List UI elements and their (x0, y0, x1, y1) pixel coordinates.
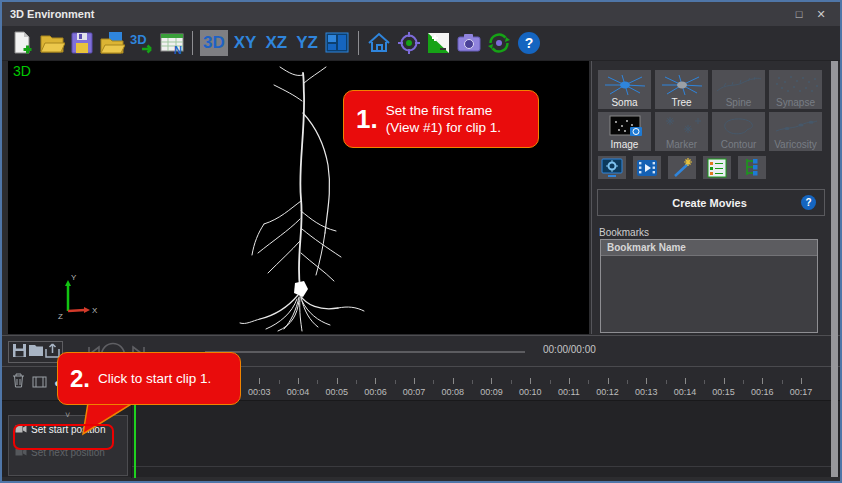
movie-progress-slider[interactable] (205, 351, 525, 353)
layout-button[interactable] (324, 30, 351, 57)
view-3d-button[interactable]: 3D (200, 30, 228, 56)
trash-icon (12, 373, 25, 388)
timeline-tick: 00:16 (743, 387, 782, 397)
movie-file-group (8, 341, 63, 363)
view-xz-button[interactable]: XZ (262, 30, 290, 56)
new-file-icon (9, 30, 35, 56)
svg-text:3D: 3D (130, 32, 147, 47)
soma-icon (600, 73, 650, 97)
soma-shape (294, 281, 308, 297)
open-file-button[interactable] (38, 30, 65, 57)
bookmark-name-column-header: Bookmark Name (601, 240, 817, 256)
create-movies-title: Create Movies (598, 197, 801, 209)
create-movies-header: Create Movies ? (597, 189, 825, 216)
timeline-tick: 00:14 (666, 387, 705, 397)
new-file-button[interactable] (8, 30, 35, 57)
contour-button[interactable]: Contour (712, 112, 765, 151)
spine-button[interactable]: Spine (712, 70, 765, 109)
tree-button[interactable]: Tree (655, 70, 708, 109)
wizard-button[interactable] (668, 156, 696, 179)
track-lane-divider (132, 466, 831, 467)
delete-clip-button[interactable] (12, 373, 25, 392)
target-icon (396, 30, 422, 56)
toolbar-separator (192, 31, 193, 55)
tree-view-button[interactable] (738, 156, 766, 179)
varicosity-button[interactable]: Varicosity (769, 112, 822, 151)
app-window: 3D Environment □ ✕ 3D N 3D XY XZ YZ ? 3D (0, 0, 842, 483)
main-toolbar: 3D N 3D XY XZ YZ ? (2, 26, 840, 61)
create-movies-help-icon[interactable]: ? (801, 195, 816, 210)
svg-text:N: N (174, 44, 182, 56)
view-xy-button[interactable]: XY (231, 30, 260, 56)
clip-button[interactable] (32, 374, 47, 392)
trace-tools-grid: Soma Tree Spine Synapse Image Marker (598, 70, 826, 151)
synapse-button[interactable]: Synapse (769, 70, 822, 109)
callout-1-number: 1. (344, 104, 386, 135)
time-ticks: 00:03 00:04 00:05 00:06 00:07 00:08 00:0… (240, 387, 820, 397)
close-button[interactable]: ✕ (810, 6, 832, 22)
view-yz-button[interactable]: YZ (293, 30, 321, 56)
soma-button[interactable]: Soma (598, 70, 651, 109)
export-3d-button[interactable]: 3D (128, 30, 155, 57)
window-title: 3D Environment (10, 8, 788, 20)
camera-icon (456, 30, 482, 56)
callout-step-1: 1. Set the first frame (View #1) for cli… (343, 90, 539, 148)
timeline-tick: 00:07 (395, 387, 434, 397)
save-button[interactable] (68, 30, 95, 57)
marker-button[interactable]: Marker (655, 112, 708, 151)
save-movie-button[interactable] (12, 343, 27, 362)
spine-icon (714, 73, 764, 97)
synapse-icon (771, 73, 821, 97)
contour-icon (714, 115, 764, 139)
axis-x-label: X (92, 306, 98, 315)
export-movie-icon (45, 343, 60, 358)
viewport-mode-label: 3D (13, 63, 31, 79)
callout-2-text: Click to start clip 1. (98, 371, 211, 386)
options-list-icon (705, 158, 729, 178)
center-target-button[interactable] (396, 30, 423, 57)
brightness-contrast-button[interactable] (426, 30, 453, 57)
open-folder-icon (39, 30, 65, 56)
home-view-button[interactable] (366, 30, 393, 57)
timeline-tick: 00:03 (240, 387, 279, 397)
panel-splitter[interactable] (831, 61, 838, 477)
import-file-button[interactable] (98, 30, 125, 57)
spreadsheet-button[interactable]: N (158, 30, 185, 57)
refresh-button[interactable] (486, 30, 513, 57)
timeline-tick: 00:11 (550, 387, 589, 397)
timeline-tick: 00:15 (704, 387, 743, 397)
hierarchy-icon (740, 158, 764, 178)
title-bar[interactable]: 3D Environment □ ✕ (2, 2, 840, 26)
timeline-tick: 00:09 (472, 387, 511, 397)
maximize-button[interactable]: □ (788, 6, 810, 22)
spreadsheet-icon: N (159, 30, 185, 56)
toolbar-separator (358, 31, 359, 55)
annotation-highlight-rect (13, 424, 114, 450)
axis-y-label: Y (71, 273, 77, 282)
film-play-icon (635, 158, 659, 178)
image-button[interactable]: Image (598, 112, 651, 151)
snapshot-button[interactable] (456, 30, 483, 57)
image-icon (600, 115, 650, 139)
movie-button[interactable] (633, 156, 661, 179)
save-icon (69, 30, 95, 56)
movie-options-button[interactable] (703, 156, 731, 179)
axis-z-label: Z (58, 312, 63, 321)
time-display: 00:00/00:00 (543, 344, 596, 355)
timeline-tick: 00:08 (433, 387, 472, 397)
callout-1-text: Set the first frame (View #1) for clip 1… (386, 102, 501, 136)
timeline-tick: 00:12 (588, 387, 627, 397)
bookmark-list[interactable]: Bookmark Name (600, 239, 818, 333)
home-icon (366, 30, 392, 56)
right-panel: Soma Tree Spine Synapse Image Marker (591, 61, 831, 334)
display-settings-button[interactable] (598, 156, 626, 179)
clip-icon (32, 376, 47, 388)
open-movie-icon (28, 343, 44, 357)
magic-wand-icon (670, 158, 694, 178)
help-button[interactable]: ? (516, 30, 543, 57)
varicosity-icon (771, 115, 821, 139)
load-movie-button[interactable] (28, 343, 44, 361)
bookmarks-label: Bookmarks (599, 227, 649, 238)
timeline-tick: 00:17 (782, 387, 821, 397)
marker-icon (657, 115, 707, 139)
